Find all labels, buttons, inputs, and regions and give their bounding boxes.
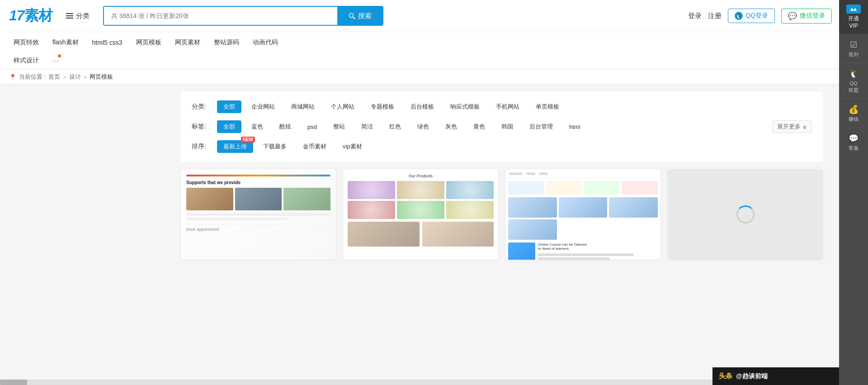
nav-bar: 网页特效 flash素材 html5 css3 网页模板 网页素材 整站源码 动… (9, 32, 832, 52)
register-link[interactable]: 注册 (708, 12, 722, 20)
breadcrumb: 📍 当前位置 : 首页 > 设计 > 网页模板 (0, 69, 868, 84)
breadcrumb-sep2: > (84, 74, 87, 81)
expand-btn-label: 展开更多 (777, 123, 801, 131)
nav-item-source[interactable]: 整站源码 (214, 38, 239, 47)
qq-logo-icon: 🐧 (735, 12, 743, 20)
preview-stats-row (505, 178, 660, 197)
filter-panel: 分类: 全部 企业网站 商城网站 个人网站 专题模板 后台模板 响应式模板 手机… (181, 91, 823, 162)
location-icon: 📍 (9, 74, 16, 81)
cat-tag-personal[interactable]: 个人网站 (325, 100, 361, 113)
nav-item-template[interactable]: 网页模板 (136, 38, 161, 47)
preview-appointment: Book appointment (186, 224, 330, 232)
cat-tag-mobile[interactable]: 手机网站 (490, 100, 526, 113)
tag-all[interactable]: 全部 (217, 120, 241, 133)
sidebar-item-qiandao[interactable]: ☑ 签到 (839, 34, 868, 63)
cat-tag-enterprise[interactable]: 企业网站 (245, 100, 281, 113)
search-button[interactable]: 搜索 (337, 7, 382, 25)
preview-topbar (186, 175, 330, 176)
tag-blue[interactable]: 蓝色 (245, 120, 269, 133)
tag-simple[interactable]: 简洁 (355, 120, 379, 133)
sort-vip[interactable]: vip素材 (336, 140, 368, 153)
nav-item-html5[interactable]: html5 css3 (92, 39, 123, 46)
expand-btn[interactable]: 展开更多 ∨ (772, 120, 812, 133)
qq-label: QQ联盟 (849, 80, 859, 93)
preview-products-title: Our Products (409, 174, 433, 178)
preview-content-grid (505, 197, 660, 240)
cat-tag-backend[interactable]: 后台模板 (404, 100, 440, 113)
sidebar-item-earn[interactable]: 💰 赚钱 (839, 99, 868, 128)
tag-korea[interactable]: 韩国 (495, 120, 519, 133)
tag-filter-row: 标签: 全部 蓝色 酷炫 psd 整站 简洁 红色 绿色 灰色 黄色 韩国 后台… (192, 120, 812, 133)
sort-downloads[interactable]: 下载最多 (257, 140, 293, 153)
nav-item-animation[interactable]: 动画代码 (253, 38, 278, 47)
wechat-login-btn[interactable]: 💬 微信登录 (781, 9, 832, 24)
tag-yellow[interactable]: 黄色 (467, 120, 491, 133)
preview-bottom-text (186, 213, 330, 220)
tag-html[interactable]: html (563, 121, 587, 133)
sidebar-item-qq[interactable]: 🐧 QQ联盟 (839, 63, 868, 99)
tag-red[interactable]: 红色 (383, 120, 407, 133)
breadcrumb-home[interactable]: 首页 (48, 73, 60, 81)
tag-filter-label: 标签: (192, 123, 210, 131)
header-top: 17素材 分类 搜索 登录 注册 🐧 (9, 0, 832, 32)
template-item-2[interactable]: Our Products (343, 169, 498, 260)
search-btn-label: 搜索 (358, 12, 372, 20)
sort-newest[interactable]: 最新上传 NEW (217, 140, 253, 153)
sidebar-item-service[interactable]: 💬 客服 (839, 128, 868, 157)
cat-tag-responsive[interactable]: 响应式模板 (444, 100, 486, 113)
new-badge: NEW (241, 137, 255, 143)
cat-tag-special[interactable]: 专题模板 (364, 100, 401, 113)
site-logo[interactable]: 17素材 (9, 6, 52, 26)
tag-tags: 全部 蓝色 酷炫 psd 整站 简洁 红色 绿色 灰色 黄色 韩国 后台管理 h… (217, 120, 587, 133)
search-input[interactable] (104, 7, 337, 25)
notification-dot (58, 54, 61, 57)
vip-btn[interactable]: 开通 VIP (839, 0, 868, 34)
template-item-1[interactable]: Supports that we provide (181, 169, 336, 260)
breadcrumb-current: 网页模板 (90, 73, 113, 81)
tag-cool[interactable]: 酷炫 (273, 120, 297, 133)
tag-admin[interactable]: 后台管理 (523, 120, 559, 133)
preview-nav-mock (505, 169, 660, 178)
tag-psd[interactable]: psd (301, 121, 323, 133)
cat-tag-single[interactable]: 单页模板 (529, 100, 566, 113)
template-preview-3: Online Course can be Tailoredto Need of … (505, 169, 660, 260)
earn-label: 赚钱 (849, 116, 859, 122)
search-bar: 搜索 (103, 6, 383, 26)
svg-point-0 (349, 14, 353, 18)
login-link[interactable]: 登录 (688, 12, 702, 20)
service-label: 客服 (849, 145, 859, 151)
earn-icon: 💰 (849, 105, 859, 114)
template-item-4[interactable] (668, 169, 823, 260)
right-sidebar: 开通 VIP ☑ 签到 🐧 QQ联盟 💰 赚钱 💬 客服 (839, 0, 868, 267)
qq-login-label: QQ登录 (745, 12, 768, 20)
cat-tag-shop[interactable]: 商城网站 (285, 100, 321, 113)
sort-filter-label: 排序: (192, 143, 210, 151)
jewel-grid (348, 181, 494, 219)
category-tags: 全部 企业网站 商城网站 个人网站 专题模板 后台模板 响应式模板 手机网站 单… (217, 100, 566, 113)
chevron-down-icon: ∨ (802, 124, 807, 130)
lady-section (348, 222, 494, 247)
qq-login-btn[interactable]: 🐧 QQ登录 (728, 9, 775, 23)
nav-item-style[interactable]: 样式设计 (14, 57, 39, 65)
category-filter-row: 分类: 全部 企业网站 商城网站 个人网站 专题模板 后台模板 响应式模板 手机… (192, 100, 812, 113)
tag-gray[interactable]: 灰色 (439, 120, 463, 133)
cat-tag-all[interactable]: 全部 (217, 100, 241, 113)
sort-coins[interactable]: 金币素材 (297, 140, 333, 153)
template-item-3[interactable]: Online Course can be Tailoredto Need of … (505, 169, 660, 260)
nav-item-effects[interactable]: 网页特效 (14, 38, 39, 47)
template-preview-4 (668, 169, 823, 260)
nav-item-flash[interactable]: flash素材 (52, 38, 79, 47)
preview-course-section: Online Course can be Tailoredto Need of … (505, 240, 660, 260)
breadcrumb-prefix: 当前位置 : (19, 73, 46, 81)
nav-item-material[interactable]: 网页素材 (175, 38, 200, 47)
menu-icon (66, 13, 73, 19)
vip-label: 开通 VIP (848, 15, 859, 29)
tag-green[interactable]: 绿色 (411, 120, 435, 133)
qiandao-icon: ☑ (850, 40, 857, 50)
preview-img-row (186, 188, 330, 210)
header: 17素材 分类 搜索 登录 注册 🐧 (0, 0, 868, 69)
category-btn[interactable]: 分类 (60, 8, 96, 24)
breadcrumb-section[interactable]: 设计 (69, 73, 81, 81)
tag-whole[interactable]: 整站 (327, 120, 351, 133)
nav-more-dots[interactable]: ··· (52, 56, 59, 66)
